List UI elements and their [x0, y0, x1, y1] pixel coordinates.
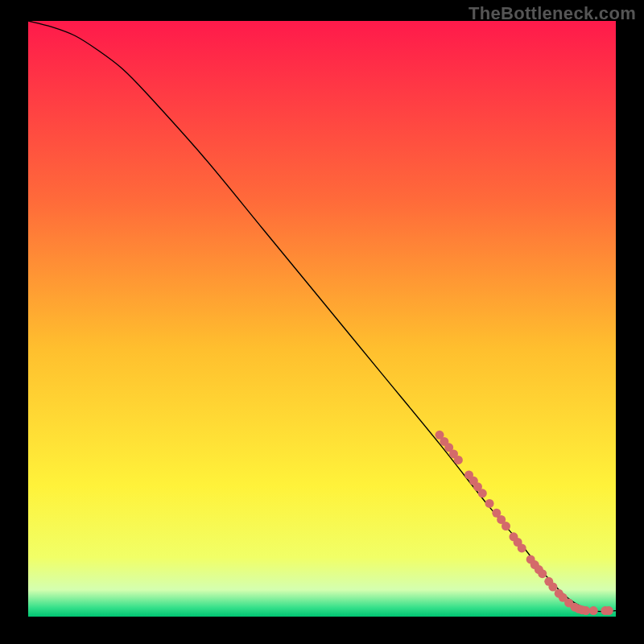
marker-dot	[538, 569, 547, 578]
marker-dot	[502, 522, 510, 530]
plot-area	[28, 21, 616, 617]
marker-dot	[605, 606, 613, 615]
marker-dot	[485, 499, 494, 508]
marker-dot	[518, 543, 526, 552]
chart-container: TheBottleneck.com	[0, 0, 644, 644]
gradient-background	[28, 21, 616, 617]
marker-dot	[454, 456, 463, 464]
chart-svg	[28, 21, 616, 617]
watermark-text: TheBottleneck.com	[469, 3, 636, 24]
marker-dot	[589, 606, 598, 615]
marker-dot	[581, 606, 590, 615]
marker-dot	[478, 489, 487, 497]
marker-dot	[548, 583, 557, 592]
